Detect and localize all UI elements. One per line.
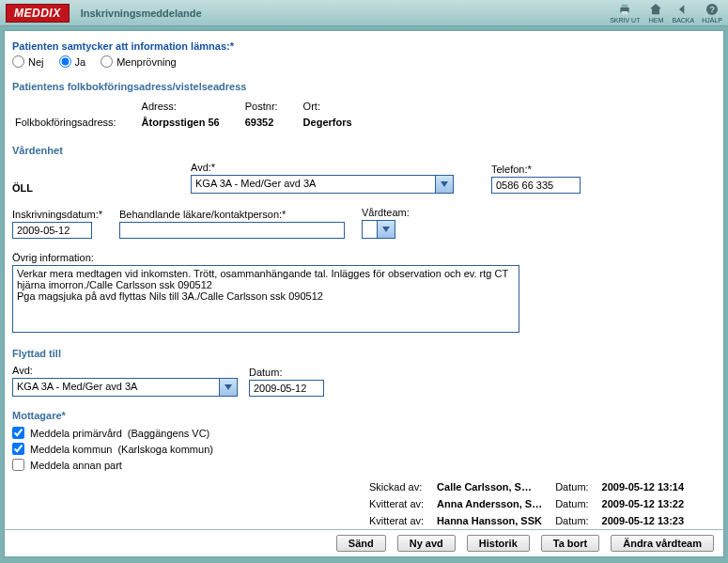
flyttad-avd-value: KGA 3A - Med/Ger avd 3A [13,379,219,396]
consent-yes-option[interactable]: Ja [59,55,86,68]
help-button[interactable]: ? HJÄLP [702,2,722,23]
receipt-date-label: Datum: [550,513,594,528]
printer-icon [616,2,633,17]
receipt-date-label: Datum: [550,496,594,511]
receipt-date-label: Datum: [550,479,594,494]
consent-group: Patienten samtycker att information lämn… [12,40,716,68]
receipt-date: 2009-05-12 13:14 [596,479,689,494]
address-label-postnr: Postnr: [244,100,301,114]
receipt-label: Kvitterat av: [364,496,429,511]
address-table: Adress: Postnr: Ort: Folkbokföringsadres… [12,98,377,132]
receipt-row: Kvitterat av: Anna Andersson, S… Datum: … [364,496,689,511]
ovrig-info-group: Övrig information: [12,252,716,335]
meddela-primarvard-extra: (Baggängens VC) [128,428,209,439]
address-value-ort: Degerfors [302,116,375,130]
delete-button[interactable]: Ta bort [541,535,599,552]
consent-menprovning-radio[interactable] [101,55,113,68]
mottagare-group: Mottagare* Meddela primärvård (Baggängen… [12,410,716,471]
consent-menprovning-option[interactable]: Menprövning [101,55,177,68]
receipt-date: 2009-05-12 13:23 [596,513,689,528]
meddela-annan-label: Meddela annan part [30,460,122,471]
lakare-label: Behandlande läkare/kontaktperson:* [119,209,345,220]
home-button[interactable]: HEM [647,2,664,23]
vardteam-value [363,221,377,238]
consent-yes-label: Ja [75,56,86,68]
receipt-date: 2009-05-12 13:22 [596,496,689,511]
send-button[interactable]: Sänd [336,535,386,552]
flyttad-datum-label: Datum: [249,367,324,378]
page-title: Inskrivningsmeddelande [81,8,202,19]
receipt-row: Skickad av: Calle Carlsson, S… Datum: 20… [364,479,689,494]
svg-marker-7 [382,227,390,232]
receipt-by: Anna Andersson, S… [431,496,548,511]
receipt-row: Kvitterat av: Hanna Hansson, SSK Datum: … [364,513,689,528]
ovrig-info-textarea[interactable] [12,265,519,333]
ovrig-info-label: Övrig information: [12,252,716,263]
vardenhet-group: Vårdenhet ÖLL Avd:* KGA 3A - Med/Ger avd… [12,145,716,194]
meddela-kommun-row[interactable]: Meddela kommun (Karlskoga kommun) [12,443,716,455]
meddela-kommun-checkbox[interactable] [12,443,24,455]
chevron-down-icon [377,221,395,238]
receipt-label: Skickad av: [364,479,429,494]
title-toolbar: SKRIV UT HEM BACKA ? HJÄLP [610,2,722,23]
receipt-by: Hanna Hansson, SSK [431,513,548,528]
mottagare-title: Mottagare* [12,410,716,421]
address-label-adress: Adress: [141,100,242,114]
vardteam-select[interactable] [362,220,395,239]
flyttad-avd-label: Avd: [12,365,238,376]
print-button[interactable]: SKRIV UT [610,2,640,23]
chevron-down-icon [219,379,237,396]
oll-label: ÖLL [12,182,153,194]
vardteam-label: Vårdteam: [362,207,410,218]
home-icon [647,2,664,17]
flyttad-avd-select[interactable]: KGA 3A - Med/Ger avd 3A [12,378,238,397]
history-button[interactable]: Historik [467,535,530,552]
vardenhet-title: Vårdenhet [12,145,716,156]
meddela-primarvard-checkbox[interactable] [12,427,24,439]
svg-marker-3 [650,4,661,14]
address-title: Patientens folkbokföringsadress/vistelse… [12,81,716,92]
consent-no-label: Nej [28,56,44,68]
app-window: MEDDIX Inskrivningsmeddelande SKRIV UT H… [0,0,728,563]
meddela-primarvard-label: Meddela primärvård [30,428,122,439]
consent-no-option[interactable]: Nej [12,55,44,68]
flyttad-group: Flyttad till Avd: KGA 3A - Med/Ger avd 3… [12,348,716,397]
svg-rect-2 [622,11,628,14]
telefon-label: Telefon:* [491,164,581,175]
footer-toolbar: Sänd Ny avd Historik Ta bort Ändra vårdt… [5,529,723,556]
lakare-input[interactable] [119,222,345,239]
meddela-kommun-extra: (Karlskoga kommun) [117,444,212,455]
meddela-annan-checkbox[interactable] [12,459,24,471]
meddela-kommun-label: Meddela kommun [30,444,112,455]
chevron-down-icon [435,176,453,193]
flyttad-datum-input[interactable] [249,380,324,397]
back-button[interactable]: BACKA [672,2,694,23]
title-bar: MEDDIX Inskrivningsmeddelande SKRIV UT H… [0,0,728,26]
address-value-adress: Åtorpsstigen 56 [141,116,242,130]
change-team-button[interactable]: Ändra vårdteam [611,535,714,552]
receipt-by: Calle Carlsson, S… [431,479,548,494]
consent-no-radio[interactable] [12,55,24,68]
avd-label: Avd:* [191,162,454,173]
svg-rect-1 [622,5,628,8]
back-label: BACKA [672,17,694,23]
inskrivningsdatum-input[interactable] [12,222,92,239]
meddela-primarvard-row[interactable]: Meddela primärvård (Baggängens VC) [12,427,716,439]
avd-value: KGA 3A - Med/Ger avd 3A [192,176,435,193]
consent-title: Patienten samtycker att information lämn… [12,40,716,52]
inskrivningsdatum-label: Inskrivningsdatum:* [12,209,102,220]
receipt-label: Kvitterat av: [364,513,429,528]
home-label: HEM [649,17,664,23]
app-logo: MEDDIX [6,4,70,23]
meddela-annan-row[interactable]: Meddela annan part [12,459,716,471]
content-panel: Patienten samtycker att information lämn… [4,30,724,557]
consent-yes-radio[interactable] [59,55,71,68]
new-dept-button[interactable]: Ny avd [397,535,456,552]
back-icon [674,2,691,17]
help-icon: ? [704,2,720,17]
telefon-input[interactable] [491,177,581,194]
svg-marker-8 [225,384,232,390]
print-label: SKRIV UT [610,17,640,23]
consent-menprovning-label: Menprövning [116,56,177,68]
avd-select[interactable]: KGA 3A - Med/Ger avd 3A [191,175,454,194]
